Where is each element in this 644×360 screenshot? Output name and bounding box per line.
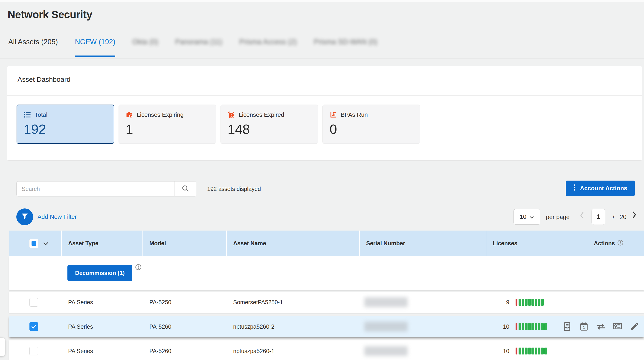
filter-button[interactable] <box>16 208 33 225</box>
license-count: 9 <box>486 299 509 306</box>
row-checkbox[interactable] <box>30 298 38 306</box>
search-button[interactable] <box>174 181 196 196</box>
page-separator: / <box>613 213 614 221</box>
add-new-filter-link[interactable]: Add New Filter <box>38 213 77 220</box>
tabbar-divider <box>0 59 644 59</box>
stat-value: 0 <box>330 121 413 137</box>
cell-asset-name: nptuszpa5260-1 <box>227 348 360 354</box>
row-checkbox[interactable] <box>30 347 38 355</box>
license-bars <box>516 347 547 354</box>
cell-model: PA-5250 <box>143 299 227 306</box>
select-menu-chevron-icon[interactable] <box>43 240 48 247</box>
column-header-asset-name[interactable]: Asset Name <box>227 231 360 256</box>
transfer-icon[interactable] <box>596 322 605 331</box>
column-header-serial-number[interactable]: Serial Number <box>360 231 486 256</box>
cell-asset-type: PA Series <box>62 348 143 354</box>
floating-help-button[interactable] <box>0 338 5 356</box>
info-icon[interactable] <box>135 264 142 271</box>
window-top-strip <box>0 0 644 2</box>
cell-asset-name: SomersetPA5250-1 <box>227 299 360 306</box>
alarm-clock-icon <box>228 111 235 118</box>
table-row: PA Series PA-5260 nptuszpa5260-1 10 <box>9 340 644 360</box>
next-page-button[interactable] <box>632 211 636 219</box>
license-count: 10 <box>486 323 509 330</box>
cell-model: PA-5260 <box>143 348 227 354</box>
stat-value: 192 <box>24 121 107 137</box>
page-size-select[interactable]: 10 <box>514 209 540 225</box>
tab-bar: All Assets (205) NGFW (192) Okta (0) Pan… <box>8 38 377 57</box>
assets-displayed-count: 192 assets displayed <box>207 186 261 192</box>
bar-chart-icon <box>330 111 337 118</box>
column-header-model[interactable]: Model <box>143 231 227 256</box>
select-all-checkbox[interactable] <box>30 239 38 248</box>
search-icon <box>182 185 189 193</box>
tab-ngfw[interactable]: NGFW (192) <box>75 38 115 57</box>
stat-card-licenses-expired[interactable]: Licenses Expired 148 <box>220 105 318 144</box>
tab-okta[interactable]: Okta (0) <box>132 38 158 57</box>
search-input[interactable] <box>16 181 174 196</box>
stat-label: Licenses Expiring <box>137 111 184 118</box>
day-one-calendar-icon[interactable]: 1 <box>579 322 588 331</box>
tab-panorama[interactable]: Panorama (11) <box>175 38 222 57</box>
decommission-button[interactable]: Decommission (1) <box>68 265 132 281</box>
funnel-icon <box>21 213 28 221</box>
stat-card-total[interactable]: Total 192 <box>16 105 114 144</box>
dashboard-divider <box>7 95 642 96</box>
assets-table: Asset Type Model Asset Name Serial Numbe… <box>9 231 644 360</box>
license-certificate-icon[interactable] <box>613 322 622 331</box>
stat-label: Total <box>35 111 48 118</box>
stat-card-bpas-run[interactable]: BPAs Run 0 <box>322 105 420 144</box>
svg-text:1: 1 <box>583 325 585 329</box>
table-header-row: Asset Type Model Asset Name Serial Numbe… <box>9 231 644 256</box>
kebab-menu-icon <box>573 184 576 193</box>
cell-asset-type: PA Series <box>62 299 143 306</box>
dashboard-title: Asset Dashboard <box>18 76 70 83</box>
per-page-label: per page <box>546 213 570 221</box>
tab-prisma-access[interactable]: Prisma Access (2) <box>239 38 297 57</box>
column-header-asset-type[interactable]: Asset Type <box>62 231 143 256</box>
stat-label: Licenses Expired <box>239 111 284 118</box>
briefcase-clock-icon <box>126 111 133 118</box>
cell-asset-name: nptuszpa5260-2 <box>227 323 360 330</box>
info-icon[interactable] <box>617 239 624 247</box>
list-icon <box>24 111 31 118</box>
stat-value: 148 <box>228 121 311 137</box>
table-row: PA Series PA-5250 SomersetPA5250-1 9 <box>9 292 644 313</box>
tab-all-assets[interactable]: All Assets (205) <box>8 38 58 57</box>
bulk-actions-row: Decommission (1) <box>9 256 644 290</box>
serial-redacted <box>364 346 408 356</box>
current-page-input[interactable]: 1 <box>592 209 605 225</box>
total-pages: 20 <box>620 213 626 221</box>
column-header-actions: Actions <box>588 231 644 256</box>
previous-page-button[interactable] <box>580 212 584 220</box>
device-summary-icon[interactable] <box>562 322 572 331</box>
tab-prisma-sdwan[interactable]: Prisma SD-WAN (0) <box>314 38 377 57</box>
asset-dashboard-panel: Asset Dashboard Total 192 <box>7 66 642 161</box>
row-action-buttons: 1 <box>562 316 639 337</box>
license-count: 10 <box>486 348 509 354</box>
chevron-down-icon <box>530 213 534 220</box>
edit-pencil-icon[interactable] <box>630 322 639 331</box>
select-all-cell <box>9 231 62 256</box>
account-actions-label: Account Actions <box>580 185 628 192</box>
row-checkbox[interactable] <box>30 322 38 331</box>
serial-redacted <box>364 322 408 331</box>
table-row-selected: PA Series PA-5260 nptuszpa5260-2 10 <box>9 316 644 337</box>
license-bars <box>516 299 544 306</box>
license-bars <box>516 323 547 330</box>
account-actions-button[interactable]: Account Actions <box>566 181 635 196</box>
cell-asset-type: PA Series <box>62 323 143 330</box>
page-size-value: 10 <box>520 213 526 220</box>
page-title: Network Security <box>8 8 92 21</box>
stat-value: 1 <box>126 121 209 137</box>
column-header-licenses[interactable]: Licenses <box>486 231 588 256</box>
cell-model: PA-5260 <box>143 323 227 330</box>
search-box <box>16 181 196 196</box>
serial-redacted <box>364 297 408 307</box>
stat-label: BPAs Run <box>341 111 368 118</box>
stat-card-licenses-expiring[interactable]: Licenses Expiring 1 <box>118 105 216 144</box>
actions-header-label: Actions <box>594 240 615 247</box>
stat-cards: Total 192 Licenses Expiring 1 <box>16 105 420 144</box>
